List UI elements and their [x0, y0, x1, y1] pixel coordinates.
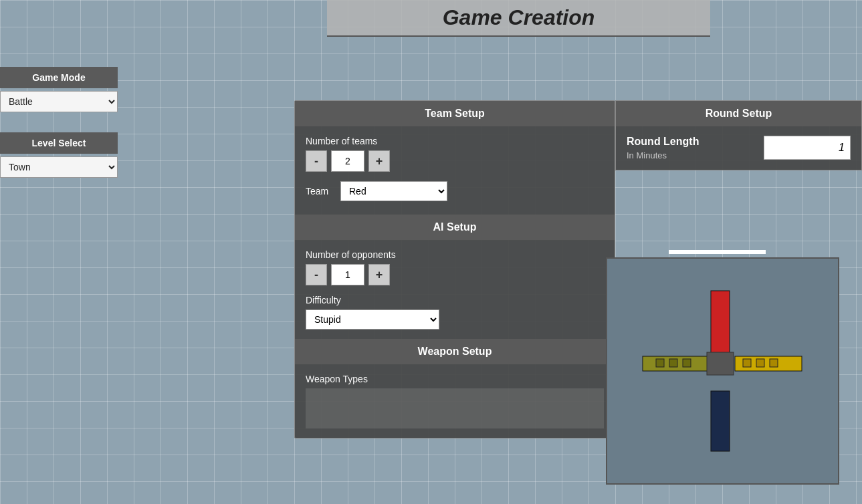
team-row: Team Red Blue Green Yellow — [306, 181, 604, 201]
svg-rect-4 — [707, 352, 734, 375]
svg-rect-8 — [743, 359, 751, 367]
game-mode-select[interactable]: Battle Deathmatch Capture the Flag — [1, 92, 117, 112]
team-setup-header: Team Setup — [295, 101, 615, 126]
num-teams-increment[interactable]: + — [368, 150, 390, 172]
round-setup-panel: Round Setup Round Length In Minutes — [615, 100, 862, 170]
page-title: Game Creation — [340, 5, 697, 30]
round-length-input[interactable] — [764, 136, 851, 160]
white-bar — [669, 250, 766, 254]
num-opponents-input[interactable] — [331, 264, 364, 285]
svg-rect-10 — [770, 359, 778, 367]
svg-rect-9 — [756, 359, 764, 367]
num-opponents-increment[interactable]: + — [368, 264, 390, 285]
svg-rect-7 — [683, 359, 691, 367]
weapon-types-label: Weapon Types — [306, 374, 604, 384]
num-teams-decrement[interactable]: - — [306, 150, 327, 172]
ai-setup-body: Number of opponents - + Difficulty Stupi… — [295, 240, 615, 339]
ai-setup-header: AI Setup — [295, 215, 615, 240]
team-setup-body: Number of teams - + Team Red Blue Green … — [295, 126, 615, 215]
round-length-sub: In Minutes — [627, 150, 699, 160]
round-setup-header: Round Setup — [616, 101, 861, 126]
round-label-group: Round Length In Minutes — [627, 136, 699, 160]
team-label: Team — [306, 186, 332, 197]
difficulty-label: Difficulty — [306, 295, 604, 305]
svg-rect-0 — [711, 291, 730, 358]
level-select-label: Level Select — [0, 132, 118, 154]
difficulty-select[interactable]: Stupid Easy Medium Hard Insane — [306, 309, 439, 330]
level-select-wrap: Town Desert Forest City — [0, 156, 118, 178]
weapon-setup-body: Weapon Types — [295, 364, 615, 438]
team-color-select[interactable]: Red Blue Green Yellow — [340, 181, 447, 201]
svg-rect-1 — [711, 391, 730, 451]
weapon-visual — [629, 277, 817, 465]
game-mode-select-wrap: Battle Deathmatch Capture the Flag — [0, 91, 118, 112]
level-select[interactable]: Town Desert Forest City — [1, 157, 117, 177]
num-teams-counter: - + — [306, 150, 604, 172]
num-opponents-counter: - + — [306, 264, 604, 285]
num-opponents-label: Number of opponents — [306, 249, 604, 260]
title-bar: Game Creation — [327, 0, 710, 37]
num-teams-input[interactable] — [331, 150, 364, 172]
num-teams-label: Number of teams — [306, 136, 604, 146]
game-mode-label: Game Mode — [0, 67, 118, 88]
round-length-label: Round Length — [627, 136, 699, 148]
weapon-types-area — [306, 388, 604, 428]
main-panel: Team Setup Number of teams - + Team Red … — [294, 100, 615, 438]
round-setup-body: Round Length In Minutes — [616, 126, 861, 170]
svg-rect-5 — [656, 359, 664, 367]
weapon-preview — [606, 257, 839, 485]
num-opponents-decrement[interactable]: - — [306, 264, 327, 285]
left-panel: Game Mode Battle Deathmatch Capture the … — [0, 67, 118, 198]
svg-rect-6 — [669, 359, 677, 367]
weapon-setup-header: Weapon Setup — [295, 339, 615, 364]
